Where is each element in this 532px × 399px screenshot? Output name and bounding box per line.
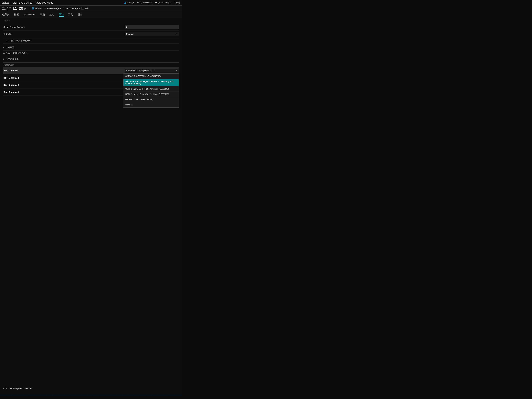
header-title: UEFI BIOS Utility – Advanced Mode: [12, 1, 120, 4]
boot-settings-label: 启动设置: [6, 46, 14, 49]
divider-1: [3, 44, 179, 44]
dropdown-arrow-icon: ▼: [175, 33, 177, 35]
boot-option-1-label: Boot Option #1: [3, 70, 125, 72]
nav-item-monitor[interactable]: 监控: [49, 13, 54, 17]
csm-section[interactable]: ▶ CSM（兼容性支持模块）: [3, 51, 179, 56]
section-arrow-icon-3: ▶: [3, 58, 5, 60]
globe-icon: 🌐: [124, 2, 126, 4]
nav-item-favorites[interactable]: 收藏夹: [2, 13, 10, 17]
globe-icon-2: 🌐: [32, 7, 34, 10]
fan-icon-2: ✿: [63, 7, 64, 10]
hotkeys-button-2[interactable]: ? 热键: [82, 7, 89, 10]
nav-item-tools[interactable]: 工具: [68, 13, 73, 17]
asus-logo: /SUS: [2, 1, 9, 5]
dropdown-item-uefi-part1[interactable]: UEFI: General UDisk 5.00, Partition 1 (1…: [123, 86, 178, 92]
myfavorite-button-2[interactable]: 🖥 MyFavorite(F3): [44, 7, 61, 10]
dropdown-item-sata6g2[interactable]: SATA6G_2: ST9500325AS (476940MB): [123, 74, 178, 79]
ac-power-label: AC 电源中断后下一次开启: [3, 39, 179, 42]
boot-settings-section[interactable]: ▶ 启动设置: [3, 45, 179, 51]
myfavorite-label: MyFavorite(F3): [140, 2, 152, 4]
boot-option-1-dropdown-menu: SATA6G_2: ST9500325AS (476940MB) Windows…: [123, 73, 179, 108]
nav-item-advanced[interactable]: 高级: [40, 13, 45, 17]
boot-option-4-label: Boot Option #4: [3, 91, 125, 93]
nav-item-boot[interactable]: 启动: [59, 13, 63, 17]
date-text: 04/22/2024: [2, 6, 11, 8]
fast-boot-value: Enabled ▼: [125, 32, 179, 36]
header: /SUS UEFI BIOS Utility – Advanced Mode 🌐…: [0, 0, 182, 6]
header-tools: 🌐 简体中文 🖥 MyFavorite(F3) ⚙ Qfan Control(F…: [124, 1, 180, 4]
hotkeys-label: 热键: [176, 1, 180, 4]
info-text: Sets the system boot order: [8, 387, 32, 390]
ac-power-row: AC 电源中断后下一次开启: [3, 38, 179, 44]
nav-item-ai-tweaker[interactable]: Ai Tweaker: [24, 13, 35, 16]
csm-label: CSM（兼容性支持模块）: [6, 52, 30, 55]
settings-gear-icon[interactable]: ⚙: [24, 8, 26, 10]
time-text: 11:29: [13, 6, 24, 11]
qfan-control-button[interactable]: ⚙ Qfan Control(F6): [155, 2, 171, 4]
boot-option-2-label: Boot Option #2: [3, 76, 125, 79]
language-selector-2[interactable]: 🌐 简体中文: [32, 7, 43, 10]
myfavorite-button[interactable]: 🖥 MyFavorite(F3): [137, 2, 152, 4]
fan-icon: ⚙: [155, 2, 157, 4]
setup-prompt-timeout-label: Setup Prompt Timeout: [3, 26, 125, 28]
content-area: 启动设置 Setup Prompt Timeout 2 快速启动 Enabled…: [0, 18, 182, 394]
setup-prompt-timeout-value: 2: [125, 25, 179, 29]
boot-option-1-dropdown[interactable]: Windows Boot Manager (SATA6G... ▼: [125, 69, 179, 73]
question-box-icon: ?: [82, 7, 84, 10]
boot-option-3-label: Boot Option #3: [3, 84, 125, 86]
nav-item-overview[interactable]: 概要: [14, 13, 19, 17]
boot-option-sep: 启动选项属性: [3, 63, 179, 67]
date-display: 04/22/2024 Monday: [2, 6, 11, 10]
boot-option-1-row: Boot Option #1 Windows Boot Manager (SAT…: [3, 67, 179, 74]
section-arrow-icon-2: ▶: [3, 52, 5, 54]
nav-item-exit[interactable]: 退出: [77, 13, 82, 17]
fast-boot-row: 快速启动 Enabled ▼: [3, 31, 179, 38]
hotkeys-button[interactable]: ? 热键: [174, 1, 180, 4]
qfan-label: Qfan Control(F6): [158, 2, 171, 4]
secure-boot-label: 安全启动菜单: [6, 58, 19, 60]
dropdown-item-uefi-part2[interactable]: UEFI: General UDisk 5.00, Partition 2 (1…: [123, 92, 178, 97]
setup-prompt-timeout-row: Setup Prompt Timeout 2: [3, 23, 179, 31]
main-content: 启动设置 Setup Prompt Timeout 2 快速启动 Enabled…: [0, 18, 182, 394]
info-bar: i Sets the system boot order: [0, 386, 182, 391]
section-arrow-icon-1: ▶: [3, 47, 5, 49]
info-icon: i: [3, 387, 6, 390]
question-icon: ?: [174, 2, 175, 4]
dropdown-item-windows-boot[interactable]: Windows Boot Manager (SATA6G_3: Samsung …: [123, 79, 178, 86]
nav-bar: 收藏夹 概要 Ai Tweaker 高级 监控 启动 工具 退出: [0, 11, 182, 18]
time-display: 11:29⚙: [13, 6, 26, 11]
fast-boot-label: 快速启动: [3, 33, 125, 36]
monitor-icon: 🖥: [137, 2, 139, 4]
secure-boot-section[interactable]: ▶ 安全启动菜单: [3, 56, 179, 62]
datetime-bar: 04/22/2024 Monday 11:29⚙ 🌐 简体中文 🖥 MyFavo…: [0, 6, 182, 11]
dropdown-item-disabled[interactable]: Disabled: [123, 102, 178, 108]
qfan-button-2[interactable]: ✿ Qfan Control(F6): [63, 7, 80, 10]
monitor-icon-2: 🖥: [44, 7, 46, 10]
breadcrumb: 启动设置: [3, 19, 179, 22]
dropdown-arrow-icon-1: ▼: [175, 70, 177, 72]
boot-option-1-value: Windows Boot Manager (SATA6G... ▼ SATA6G…: [125, 69, 179, 73]
language-selector[interactable]: 🌐 简体中文: [124, 1, 134, 4]
fast-boot-dropdown[interactable]: Enabled ▼: [125, 32, 179, 36]
day-text: Monday: [2, 8, 11, 10]
setup-prompt-timeout-input[interactable]: 2: [125, 25, 179, 29]
language-label: 简体中文: [127, 1, 134, 4]
dropdown-item-general-udisk[interactable]: General UDisk 5.00 (15000MB): [123, 97, 178, 102]
boot-option-sep-label: 启动选项属性: [3, 64, 14, 66]
